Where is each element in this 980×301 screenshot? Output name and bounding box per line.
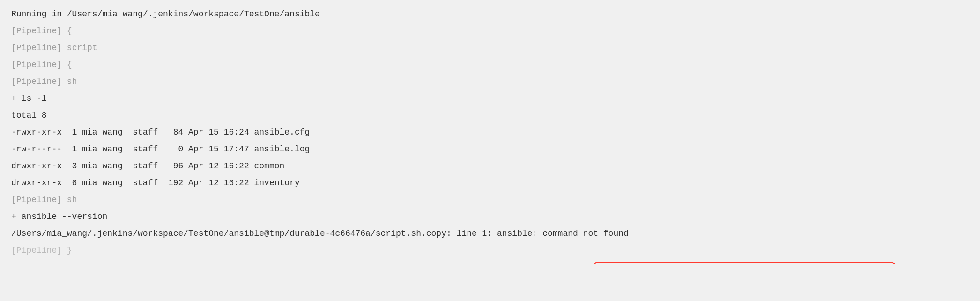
console-text: + ls -l <box>11 94 47 103</box>
pipeline-tag: [Pipeline] <box>11 60 62 69</box>
pipeline-rest: sh <box>62 195 77 204</box>
pipeline-rest: script <box>62 43 97 53</box>
console-line: [Pipeline] sh <box>11 191 969 208</box>
console-line: Running in /Users/mia_wang/.jenkins/work… <box>11 6 969 23</box>
console-line: [Pipeline] script <box>11 39 969 56</box>
console-line: + ansible --version <box>11 208 969 225</box>
console-text: -rwxr-xr-x 1 mia_wang staff 84 Apr 15 16… <box>11 128 310 137</box>
console-line: [Pipeline] { <box>11 56 969 73</box>
pipeline-tag: [Pipeline] <box>11 246 62 255</box>
console-line: [Pipeline] sh <box>11 73 969 90</box>
pipeline-tag: [Pipeline] <box>11 26 62 36</box>
console-line: -rwxr-xr-x 1 mia_wang staff 84 Apr 15 16… <box>11 124 969 141</box>
console-text: + ansible --version <box>11 212 107 221</box>
console-line: drwxr-xr-x 3 mia_wang staff 96 Apr 12 16… <box>11 158 969 174</box>
console-line: [Pipeline] { <box>11 23 969 39</box>
pipeline-rest: { <box>62 26 72 36</box>
pipeline-tag: [Pipeline] <box>11 77 62 86</box>
pipeline-rest: } <box>62 246 72 255</box>
pipeline-rest: { <box>62 60 72 69</box>
console-line: /Users/mia_wang/.jenkins/workspace/TestO… <box>11 225 969 242</box>
console-text: -rw-r--r-- 1 mia_wang staff 0 Apr 15 17:… <box>11 144 310 154</box>
pipeline-tag: [Pipeline] <box>11 195 62 204</box>
console-line: total 8 <box>11 107 969 124</box>
console-line: [Pipeline] } <box>11 242 969 259</box>
console-line: drwxr-xr-x 6 mia_wang staff 192 Apr 12 1… <box>11 174 969 191</box>
error-highlight-box <box>593 262 896 264</box>
pipeline-rest: sh <box>62 77 77 86</box>
console-output: Running in /Users/mia_wang/.jenkins/work… <box>11 6 969 259</box>
console-text: /Users/mia_wang/.jenkins/workspace/TestO… <box>11 229 629 238</box>
console-text: drwxr-xr-x 3 mia_wang staff 96 Apr 12 16… <box>11 161 284 171</box>
console-line: -rw-r--r-- 1 mia_wang staff 0 Apr 15 17:… <box>11 141 969 158</box>
console-line: + ls -l <box>11 90 969 107</box>
console-text: total 8 <box>11 111 47 120</box>
pipeline-tag: [Pipeline] <box>11 43 62 53</box>
console-text: Running in /Users/mia_wang/.jenkins/work… <box>11 9 320 19</box>
console-text: drwxr-xr-x 6 mia_wang staff 192 Apr 12 1… <box>11 178 300 188</box>
